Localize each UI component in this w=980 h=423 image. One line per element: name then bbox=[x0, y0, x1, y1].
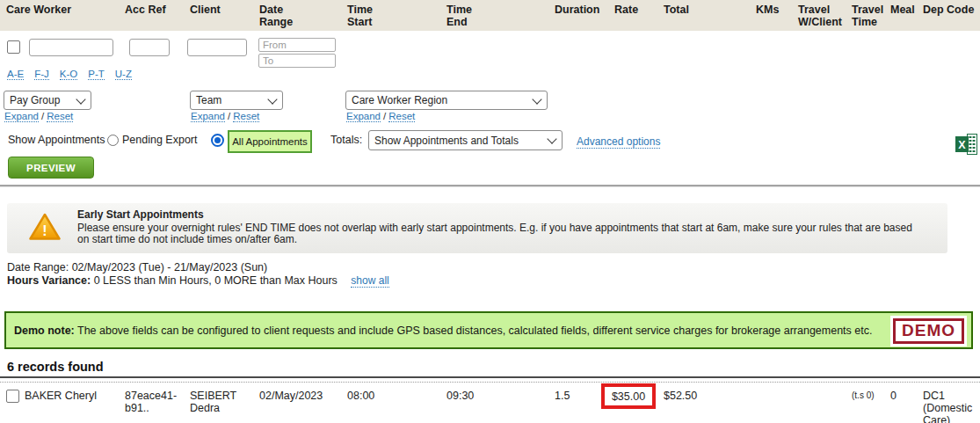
svg-text:X: X bbox=[958, 139, 966, 151]
expand-link[interactable]: Expand bbox=[191, 111, 225, 122]
col-header-label: Client bbox=[190, 4, 259, 16]
date-to-input[interactable] bbox=[258, 54, 336, 68]
totals-label: Totals: bbox=[330, 134, 362, 146]
demo-badge: DEMO bbox=[890, 316, 967, 346]
row-time-start-cell: 08:00 bbox=[347, 390, 446, 423]
show-all-link[interactable]: show all bbox=[351, 274, 388, 288]
preview-button[interactable]: PREVIEW bbox=[8, 157, 94, 179]
team-expand-reset: Expand/Reset bbox=[191, 111, 259, 121]
col-header-travel-time: TravelTime bbox=[852, 4, 890, 31]
rate-highlight-box: $35.00 bbox=[601, 383, 656, 409]
chevron-down-icon bbox=[532, 94, 541, 104]
select-all-checkbox[interactable] bbox=[7, 40, 20, 54]
appointments-report-page: Care Worker Acc Ref Client DateRange Tim… bbox=[0, 0, 980, 423]
row-dep-code: Care) bbox=[923, 414, 980, 423]
hours-variance-summary: Hours Variance: 0 LESS than Min Hours, 0… bbox=[7, 274, 389, 287]
date-from-input[interactable] bbox=[258, 38, 336, 52]
col-header-label: Time bbox=[852, 16, 890, 28]
col-header-label: Time bbox=[347, 4, 446, 16]
alpha-link-k-o[interactable]: K-O bbox=[60, 69, 77, 80]
row-client-cell: SEIBERT Dedra bbox=[190, 390, 259, 423]
client-filter-input[interactable] bbox=[187, 39, 247, 56]
col-header-label: KMs bbox=[756, 4, 798, 16]
records-count: 6 records found bbox=[7, 360, 104, 374]
advanced-options-link[interactable]: Advanced options bbox=[577, 135, 660, 149]
col-header-label: Duration bbox=[555, 4, 614, 16]
care-worker-region-select-value: Care Worker Region bbox=[352, 94, 447, 106]
demo-note-label: Demo note: bbox=[14, 325, 75, 337]
demo-note-banner: Demo note: The above fields can be confi… bbox=[4, 311, 973, 349]
row-travel-time-cell: (t.s 0) bbox=[852, 390, 890, 423]
results-header-divider bbox=[0, 376, 980, 378]
all-appointments-radio[interactable] bbox=[211, 134, 224, 147]
row-acc-ref-cell: 87eace41- b91.. bbox=[125, 390, 190, 423]
col-header-label: Dep Code bbox=[923, 4, 980, 16]
col-header-date-range: DateRange bbox=[259, 4, 347, 31]
pending-export-radio[interactable] bbox=[107, 135, 119, 146]
hours-variance-value: 0 LESS than Min Hours, 0 MORE than Max H… bbox=[94, 274, 338, 287]
row-time-end-cell: 09:30 bbox=[446, 390, 555, 423]
col-header-label: Meal bbox=[890, 4, 923, 16]
row-client: Dedra bbox=[190, 402, 259, 414]
totals-select[interactable]: Show Appointments and Totals bbox=[368, 130, 563, 150]
col-header-meal: Meal bbox=[890, 4, 923, 31]
slash-separator: / bbox=[383, 111, 386, 121]
pay-group-select-value: Pay Group bbox=[10, 94, 60, 106]
all-appointments-label: All Appointments bbox=[232, 136, 308, 147]
expand-link[interactable]: Expand bbox=[4, 111, 39, 122]
chevron-down-icon bbox=[76, 94, 85, 104]
col-header-label: Care Worker bbox=[6, 4, 125, 16]
date-range-summary-label: Date Range: bbox=[7, 261, 69, 273]
col-header-care-worker: Care Worker bbox=[6, 4, 125, 31]
col-header-label: Total bbox=[664, 4, 756, 16]
alpha-link-a-e[interactable]: A-E bbox=[7, 69, 24, 80]
all-appointments-highlight[interactable]: All Appointments bbox=[228, 130, 312, 153]
alpha-link-f-j[interactable]: F-J bbox=[34, 69, 49, 80]
svg-text:!: ! bbox=[42, 223, 47, 238]
row-checkbox[interactable] bbox=[6, 390, 19, 403]
team-select[interactable]: Team bbox=[190, 91, 283, 110]
preview-button-label: PREVIEW bbox=[26, 163, 76, 173]
date-range-summary-value: 02/May/2023 (Tue) - 21/May/2023 (Sun) bbox=[72, 261, 268, 273]
alpha-link-u-z[interactable]: U-Z bbox=[115, 69, 132, 80]
care-worker-region-select[interactable]: Care Worker Region bbox=[345, 91, 548, 110]
col-header-label: Range bbox=[259, 16, 347, 28]
row-rate: $35.00 bbox=[612, 390, 645, 403]
col-header-label: Start bbox=[347, 16, 446, 28]
pending-export-label[interactable]: Pending Export bbox=[122, 134, 197, 146]
row-time-start: 08:00 bbox=[347, 390, 446, 402]
demo-note-text: Demo note: The above fields can be confi… bbox=[14, 325, 872, 337]
table-header-row: Care Worker Acc Ref Client DateRange Tim… bbox=[0, 0, 980, 31]
chevron-down-icon bbox=[547, 134, 556, 143]
excel-export-icon[interactable]: X bbox=[955, 133, 978, 158]
early-start-warning-box: ! Early Start Appointments Please ensure… bbox=[7, 203, 947, 253]
acc-ref-filter-input[interactable] bbox=[129, 39, 170, 56]
row-dep-code-cell: DC1 (Domestic Care) bbox=[923, 390, 980, 423]
alphabet-filter-links: A-E F-J K-O P-T U-Z bbox=[7, 69, 132, 80]
alpha-link-p-t[interactable]: P-T bbox=[88, 69, 105, 80]
expand-link[interactable]: Expand bbox=[346, 111, 381, 122]
reset-link[interactable]: Reset bbox=[233, 111, 259, 122]
col-header-time-start: TimeStart bbox=[347, 4, 446, 31]
row-acc-ref: 87eace41- bbox=[125, 390, 190, 402]
pay-group-select[interactable]: Pay Group bbox=[4, 91, 91, 110]
col-header-label: Acc Ref bbox=[125, 4, 190, 16]
show-appointments-label: Show Appointments bbox=[8, 134, 105, 146]
reset-link[interactable]: Reset bbox=[388, 111, 415, 122]
slash-separator: / bbox=[228, 111, 230, 121]
row-meal-cell: 0 bbox=[890, 390, 923, 423]
reset-link[interactable]: Reset bbox=[47, 111, 73, 122]
pay-group-expand-reset: Expand/Reset bbox=[4, 111, 73, 121]
col-header-rate: Rate bbox=[614, 4, 664, 31]
care-worker-filter-input[interactable] bbox=[29, 39, 113, 56]
col-header-kms: KMs bbox=[756, 4, 798, 31]
row-divider bbox=[0, 382, 980, 383]
row-dep-code: DC1 bbox=[923, 390, 980, 402]
team-select-value: Team bbox=[196, 94, 221, 106]
hours-variance-label: Hours Variance: bbox=[7, 274, 91, 287]
col-header-travel-wclient: TravelW/Client bbox=[798, 4, 852, 31]
col-header-label: End bbox=[446, 16, 555, 28]
col-header-label: Time bbox=[446, 4, 555, 16]
row-acc-ref: b91.. bbox=[125, 402, 190, 414]
demo-note-body: The above fields can be configured to cl… bbox=[75, 325, 873, 337]
